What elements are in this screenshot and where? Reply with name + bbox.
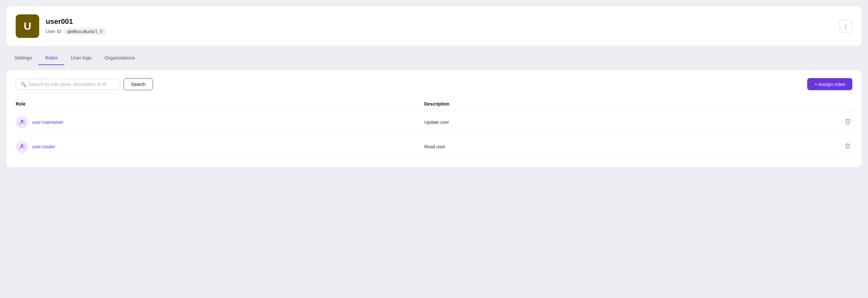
tab-roles[interactable]: Roles <box>38 51 64 65</box>
tab-settings[interactable]: Settings <box>8 51 38 65</box>
table-header: Role Description <box>16 98 852 110</box>
role-name-reader[interactable]: user:reader <box>32 144 56 149</box>
description-maintainer: Update user <box>424 120 833 125</box>
tab-user-logs[interactable]: User logs <box>64 51 98 65</box>
search-input[interactable] <box>29 82 115 87</box>
role-icon-maintainer <box>16 116 28 128</box>
user-card: U user001 User ID qk06acdbx8zl ⧉ ⋮ <box>6 6 862 46</box>
user-id-badge: qk06acdbx8zl ⧉ <box>64 28 106 35</box>
user-id-value: qk06acdbx8zl <box>67 29 98 34</box>
more-options-button[interactable]: ⋮ <box>839 20 852 33</box>
description-reader: Read user <box>424 144 833 149</box>
user-info: user001 User ID qk06acdbx8zl ⧉ <box>46 17 106 35</box>
role-cell-maintainer: user:maintainer <box>16 116 424 128</box>
delete-cell-maintainer <box>833 117 852 128</box>
copy-icon[interactable]: ⧉ <box>100 29 103 34</box>
tab-organizations[interactable]: Organizations <box>98 51 142 65</box>
table-header-description: Description <box>424 101 833 106</box>
avatar: U <box>16 14 39 38</box>
user-name: user001 <box>46 17 106 26</box>
role-icon-reader <box>16 140 28 153</box>
assign-roles-button[interactable]: + Assign roles <box>807 78 852 90</box>
main-content: 🔍 Search + Assign roles Role Description <box>6 70 862 167</box>
search-icon: 🔍 <box>21 82 26 87</box>
table-header-actions <box>833 101 852 106</box>
search-row: 🔍 Search + Assign roles <box>16 78 852 90</box>
search-input-wrapper: 🔍 <box>16 79 120 90</box>
user-id-label: User ID <box>46 29 61 34</box>
role-cell-reader: user:reader <box>16 140 424 153</box>
delete-reader-button[interactable] <box>843 141 852 152</box>
delete-cell-reader <box>833 141 852 152</box>
delete-maintainer-button[interactable] <box>843 117 852 128</box>
user-card-left: U user001 User ID qk06acdbx8zl ⧉ <box>16 14 106 38</box>
tabs-bar: Settings Roles User logs Organizations <box>6 51 862 65</box>
table-header-role: Role <box>16 101 424 106</box>
svg-rect-5 <box>23 145 24 146</box>
svg-rect-2 <box>23 121 24 122</box>
table-row: user:maintainer Update user <box>16 110 852 135</box>
user-id-row: User ID qk06acdbx8zl ⧉ <box>46 28 106 35</box>
search-left: 🔍 Search <box>16 78 153 90</box>
table-row: user:reader Read user <box>16 135 852 159</box>
role-name-maintainer[interactable]: user:maintainer <box>32 120 64 125</box>
search-button[interactable]: Search <box>124 78 153 90</box>
